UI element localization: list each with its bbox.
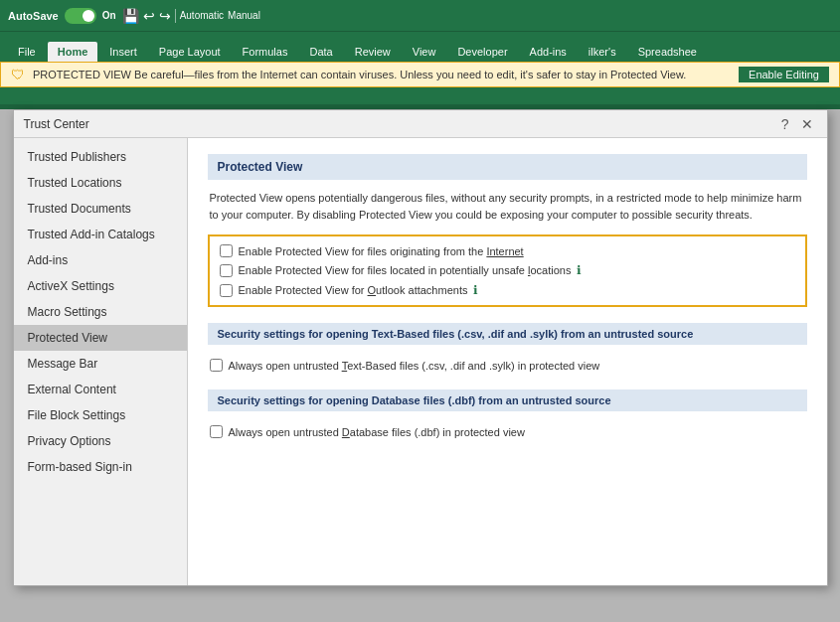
checkbox-unsafe-label: Enable Protected View for files located … <box>239 264 572 276</box>
sidebar-item-trusted-documents[interactable]: Trusted Documents <box>14 196 187 222</box>
text-section-header: Security settings for opening Text-Based… <box>208 323 807 345</box>
checkbox-row-outlook: Enable Protected View for Outlook attach… <box>220 283 795 297</box>
checkbox-outlook[interactable] <box>220 284 233 297</box>
auto-icon: Automatic <box>180 10 224 21</box>
toggle-knob <box>83 10 94 22</box>
tab-ilkers[interactable]: ilker's <box>579 42 626 62</box>
text-files-checkbox-row: Always open untrusted Text-Based files (… <box>208 355 807 376</box>
autosave-toggle[interactable] <box>65 8 96 24</box>
db-files-label: Always open untrusted Database files (.d… <box>229 426 525 438</box>
ribbon-tabs: File Home Insert Page Layout Formulas Da… <box>0 32 840 62</box>
tab-file[interactable]: File <box>8 42 46 62</box>
sidebar-item-trusted-addin-catalogs[interactable]: Trusted Add-in Catalogs <box>14 222 187 247</box>
protected-view-checkboxes-group: Enable Protected View for files originat… <box>208 234 807 307</box>
undo-icon[interactable]: ↩ <box>143 8 155 24</box>
section-header: Protected View <box>208 154 807 180</box>
sidebar-item-protected-view[interactable]: Protected View <box>14 325 187 351</box>
sidebar-item-macro[interactable]: Macro Settings <box>14 299 187 325</box>
db-files-checkbox-row: Always open untrusted Database files (.d… <box>208 421 807 442</box>
redo-icon[interactable]: ↪ <box>159 8 171 24</box>
shield-icon: 🛡 <box>11 67 25 82</box>
sidebar-item-trusted-locations[interactable]: Trusted Locations <box>14 170 187 196</box>
tab-addins[interactable]: Add-ins <box>520 42 577 62</box>
tab-insert[interactable]: Insert <box>99 42 147 62</box>
quick-access-toolbar: 💾 ↩ ↪ Automatic Manual <box>122 8 260 24</box>
checkbox-internet[interactable] <box>220 244 233 257</box>
sidebar-item-activex[interactable]: ActiveX Settings <box>14 273 187 299</box>
tab-spreadsheet[interactable]: Spreadshee <box>628 42 707 62</box>
dialog-help-btn[interactable]: ? <box>777 116 793 132</box>
manual-icon: Manual <box>228 10 260 21</box>
sidebar-item-form-signin[interactable]: Form-based Sign-in <box>14 454 187 480</box>
protected-view-bar: 🛡 PROTECTED VIEW Be careful—files from t… <box>0 62 840 87</box>
dialog-overlay: Trust Center ? ✕ Trusted Publishers Trus… <box>0 104 840 622</box>
info-icon-outlook[interactable]: ℹ <box>473 283 478 297</box>
trust-center-sidebar: Trusted Publishers Trusted Locations Tru… <box>14 138 188 585</box>
trust-center-dialog: Trust Center ? ✕ Trusted Publishers Trus… <box>13 109 828 586</box>
save-icon[interactable]: 💾 <box>122 8 139 24</box>
checkbox-text-files[interactable] <box>210 359 223 372</box>
protected-view-text: PROTECTED VIEW Be careful—files from the… <box>33 69 731 80</box>
sidebar-item-privacy[interactable]: Privacy Options <box>14 428 187 454</box>
checkbox-outlook-label: Enable Protected View for Outlook attach… <box>239 284 468 296</box>
main-content-area: Protected View Protected View opens pote… <box>188 138 827 585</box>
tab-home[interactable]: Home <box>48 42 98 62</box>
sidebar-item-external-content[interactable]: External Content <box>14 377 187 402</box>
toggle-state-label: On <box>102 10 116 21</box>
enable-editing-button[interactable]: Enable Editing <box>739 67 829 82</box>
tab-view[interactable]: View <box>403 42 446 62</box>
checkbox-internet-label: Enable Protected View for files originat… <box>239 245 524 257</box>
dialog-close-btn[interactable]: ✕ <box>797 116 817 132</box>
tab-data[interactable]: Data <box>299 42 342 62</box>
dialog-body: Trusted Publishers Trusted Locations Tru… <box>14 138 827 585</box>
checkbox-unsafe-locations[interactable] <box>220 264 233 277</box>
checkbox-row-internet: Enable Protected View for files originat… <box>220 244 795 257</box>
text-files-label: Always open untrusted Text-Based files (… <box>229 360 600 372</box>
section-description: Protected View opens potentially dangero… <box>208 190 807 223</box>
dialog-titlebar: Trust Center ? ✕ <box>14 110 827 138</box>
tab-review[interactable]: Review <box>345 42 401 62</box>
checkbox-db-files[interactable] <box>210 425 223 438</box>
info-icon-locations[interactable]: ℹ <box>577 263 582 277</box>
tab-developer[interactable]: Developer <box>447 42 517 62</box>
sidebar-item-addins[interactable]: Add-ins <box>14 247 187 273</box>
autosave-label: AutoSave <box>8 10 59 22</box>
sidebar-item-file-block[interactable]: File Block Settings <box>14 402 187 428</box>
db-section-header: Security settings for opening Database f… <box>208 389 807 411</box>
sidebar-item-message-bar[interactable]: Message Bar <box>14 351 187 377</box>
sidebar-item-trusted-publishers[interactable]: Trusted Publishers <box>14 144 187 170</box>
checkbox-row-unsafe-locations: Enable Protected View for files located … <box>220 263 795 277</box>
tab-formulas[interactable]: Formulas <box>233 42 298 62</box>
autosave-bar: AutoSave On 💾 ↩ ↪ Automatic Manual <box>0 0 840 32</box>
dialog-controls: ? ✕ <box>777 116 817 132</box>
tab-page-layout[interactable]: Page Layout <box>149 42 231 62</box>
dialog-title: Trust Center <box>24 117 89 131</box>
